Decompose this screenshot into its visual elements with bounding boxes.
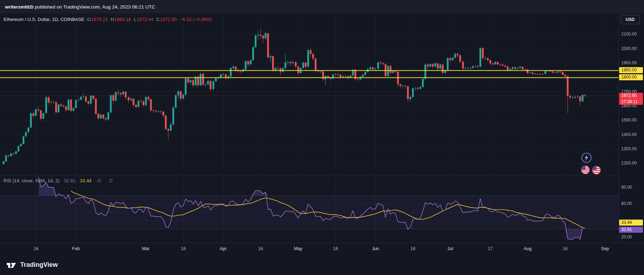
price-axis-label: 2100.00 bbox=[619, 31, 643, 37]
price-axis-label: 1500.00 bbox=[619, 117, 643, 123]
us-flag-event-icon[interactable] bbox=[592, 166, 601, 175]
tradingview-logo-icon bbox=[6, 261, 17, 269]
time-axis-label: Sep bbox=[601, 246, 609, 251]
time-axis-label: Jun bbox=[372, 246, 379, 251]
rsi-value: 32.61 bbox=[64, 178, 76, 183]
price-axis-label: 1900.00 bbox=[619, 60, 643, 66]
tradingview-snapshot: writersmfd2i published on TradingView.co… bbox=[0, 0, 644, 275]
close-value: 1672.90 bbox=[160, 17, 177, 22]
rsi-axis-label: 20.00 bbox=[619, 234, 643, 240]
price-axis-label: 1300.00 bbox=[619, 146, 643, 152]
price-chart-canvas[interactable] bbox=[0, 14, 618, 176]
time-axis-label: 17 bbox=[488, 246, 493, 251]
footer-bar: TradingView bbox=[0, 255, 644, 275]
low-label: L bbox=[134, 17, 136, 22]
symbol-legend[interactable]: Ethereum / U.S. Dollar, 1D, COINBASE O16… bbox=[4, 17, 212, 22]
price-level-label: 1800.00 bbox=[619, 74, 643, 80]
close-label: C bbox=[156, 17, 159, 22]
publisher-text: published on TradingView.com, Aug 24, 20… bbox=[33, 4, 155, 10]
rsi-title[interactable]: RSI (14, close, SMA, 14, 2) bbox=[4, 178, 60, 183]
rsi-chart-canvas[interactable] bbox=[0, 176, 618, 243]
rsi-legend[interactable]: RSI (14, close, SMA, 14, 2) 32.61 33.44 … bbox=[4, 178, 116, 183]
time-axis-label: May bbox=[294, 246, 302, 251]
high-label: H bbox=[111, 17, 114, 22]
rsi-axis-label: 60.00 bbox=[619, 201, 643, 207]
publisher-username: writersmfd2i bbox=[5, 4, 33, 10]
rsi-value-badge: 32.61 bbox=[619, 227, 643, 233]
currency-toggle-button[interactable]: USD bbox=[621, 15, 640, 24]
time-axis-label: 16 bbox=[563, 246, 568, 251]
time-axis-label: Feb bbox=[72, 246, 80, 251]
time-axis-label: 16 bbox=[258, 246, 263, 251]
tradingview-brand-text: TradingView bbox=[20, 261, 58, 269]
rsi-empty-plots: ∅ ∅ bbox=[97, 178, 116, 183]
time-axis-label: 16 bbox=[410, 246, 415, 251]
change-value: −6.32 (−0.38%) bbox=[180, 17, 212, 22]
time-axis[interactable]: 16FebMar16Apr16May16Jun16Jul17Aug16Sep bbox=[0, 243, 644, 255]
high-value: 1683.16 bbox=[114, 17, 131, 22]
price-level-label: 1850.00 bbox=[619, 67, 643, 73]
publisher-bar: writersmfd2i published on TradingView.co… bbox=[0, 0, 644, 14]
rsi-sma-badge: 33.44 bbox=[619, 220, 643, 226]
us-flag-event-icon[interactable] bbox=[581, 165, 590, 174]
time-axis-label: Apr bbox=[220, 246, 227, 251]
time-axis-label: Jul bbox=[447, 246, 453, 251]
price-axis-label: 2000.00 bbox=[619, 46, 643, 52]
price-axis-label: 1200.00 bbox=[619, 160, 643, 166]
symbol-title[interactable]: Ethereum / U.S. Dollar, 1D, COINBASE bbox=[4, 17, 84, 22]
pane-separator[interactable] bbox=[0, 176, 644, 176]
price-axis-label: 1400.00 bbox=[619, 132, 643, 138]
rsi-sma-value: 33.44 bbox=[80, 178, 92, 183]
tradingview-logo[interactable]: TradingView bbox=[6, 261, 58, 269]
time-axis-label: Aug bbox=[524, 246, 531, 251]
current-price-badge: 1672.90 bbox=[619, 93, 643, 99]
countdown-badge: 17:38:11 bbox=[619, 99, 643, 105]
chart-container: Ethereum / U.S. Dollar, 1D, COINBASE O16… bbox=[0, 14, 644, 243]
time-axis-label: Mar bbox=[142, 246, 150, 251]
time-axis-label: 16 bbox=[181, 246, 186, 251]
rsi-axis-label: 80.00 bbox=[619, 184, 643, 190]
low-value: 1672.44 bbox=[137, 17, 153, 22]
open-value: 1679.21 bbox=[91, 17, 108, 22]
price-axis[interactable]: 2100.002000.001900.001850.001800.001700.… bbox=[618, 14, 644, 243]
lightning-icon[interactable] bbox=[581, 152, 592, 163]
time-axis-label: 16 bbox=[33, 246, 38, 251]
time-axis-label: 16 bbox=[333, 246, 338, 251]
open-label: O bbox=[87, 17, 91, 22]
